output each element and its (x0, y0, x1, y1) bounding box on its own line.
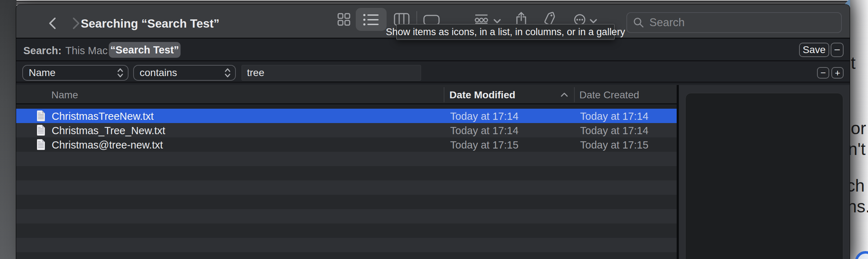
background-right-strip: t or n't ch ns. (850, 0, 868, 259)
filter-criteria-bar: Name contains tree − + (16, 62, 850, 83)
file-date-created: Today at 17:14 (580, 125, 648, 137)
file-name: Christmas_Tree_New.txt (52, 125, 165, 137)
column-divider[interactable] (444, 87, 444, 102)
search-placeholder: Search (649, 16, 685, 29)
tooltip-text: Show items as icons, in a list, in colum… (386, 27, 625, 38)
header-gap (16, 105, 677, 109)
updown-chevrons-icon (117, 68, 123, 78)
list-view-button[interactable] (363, 13, 379, 26)
background-text-fragment: or (851, 118, 866, 138)
column-header-date-created[interactable]: Date Created (579, 89, 639, 101)
file-list: ChristmasTreeNew.txt Today at 17:14 Toda… (16, 109, 677, 259)
file-date-modified: Today at 17:15 (450, 139, 518, 151)
file-date-modified: Today at 17:14 (450, 125, 518, 137)
chevron-down-icon[interactable] (590, 19, 597, 23)
view-buttons-tooltip: Show items as icons, in a list, in colum… (396, 24, 615, 40)
column-header-name[interactable]: Name (51, 89, 78, 101)
updown-chevrons-icon (224, 68, 231, 78)
scope-search-test-selected[interactable]: “Search Test” (109, 42, 181, 58)
file-date-created: Today at 17:14 (580, 110, 648, 122)
remove-criteria-button[interactable]: − (817, 67, 829, 79)
scope-this-mac[interactable]: This Mac (65, 45, 108, 57)
background-text-fragment: ch (850, 176, 865, 196)
table-row[interactable]: Christmas_Tree_New.txt Today at 17:14 To… (16, 123, 677, 137)
column-header-date-modified[interactable]: Date Modified (449, 89, 515, 101)
background-left-strip (0, 0, 17, 259)
attribute-dropdown-value: Name (29, 67, 56, 79)
table-row[interactable]: Christmas@tree-new.txt Today at 17:15 To… (16, 137, 677, 152)
remove-search-button[interactable]: − (831, 43, 844, 57)
text-document-icon (36, 139, 46, 150)
criteria-value-text: tree (247, 67, 264, 79)
file-name: Christmas@tree-new.txt (52, 139, 163, 151)
search-scope-bar: Search: This Mac “Search Test” Save − (16, 40, 850, 61)
chevron-down-icon[interactable] (494, 19, 501, 23)
save-button[interactable]: Save (799, 43, 829, 57)
table-row[interactable]: ChristmasTreeNew.txt Today at 17:14 Toda… (16, 109, 677, 123)
search-input[interactable]: Search (626, 12, 842, 33)
screenshot-root: t or n't ch ns. Searching “Search Test” (0, 0, 868, 259)
search-label: Search: (23, 45, 61, 57)
back-button[interactable] (47, 17, 58, 30)
operator-dropdown-value: contains (140, 67, 177, 79)
forward-button[interactable] (71, 17, 81, 30)
preview-pane (679, 85, 850, 259)
file-date-created: Today at 17:15 (580, 139, 648, 151)
finder-window: Searching “Search Test” (16, 4, 850, 259)
attribute-dropdown[interactable]: Name (22, 65, 129, 81)
text-document-icon (36, 124, 46, 136)
criteria-value-input[interactable]: tree (242, 65, 421, 81)
column-divider[interactable] (574, 87, 575, 102)
text-document-icon (36, 110, 46, 122)
table-header: Name Date Modified Date Created (16, 85, 677, 104)
icon-view-button[interactable] (337, 13, 351, 26)
search-icon (633, 17, 644, 28)
file-name: ChristmasTreeNew.txt (52, 110, 154, 122)
operator-dropdown[interactable]: contains (133, 65, 236, 81)
add-criteria-button[interactable]: + (831, 67, 844, 79)
preview-placeholder (685, 93, 843, 259)
background-text-fragment: ns. (850, 197, 868, 216)
sort-ascending-icon (560, 92, 568, 97)
background-text-fragment: n't (850, 139, 865, 159)
file-date-modified: Today at 17:14 (450, 110, 518, 122)
background-text-fragment: t (851, 53, 855, 73)
window-title: Searching “Search Test” (81, 17, 219, 30)
